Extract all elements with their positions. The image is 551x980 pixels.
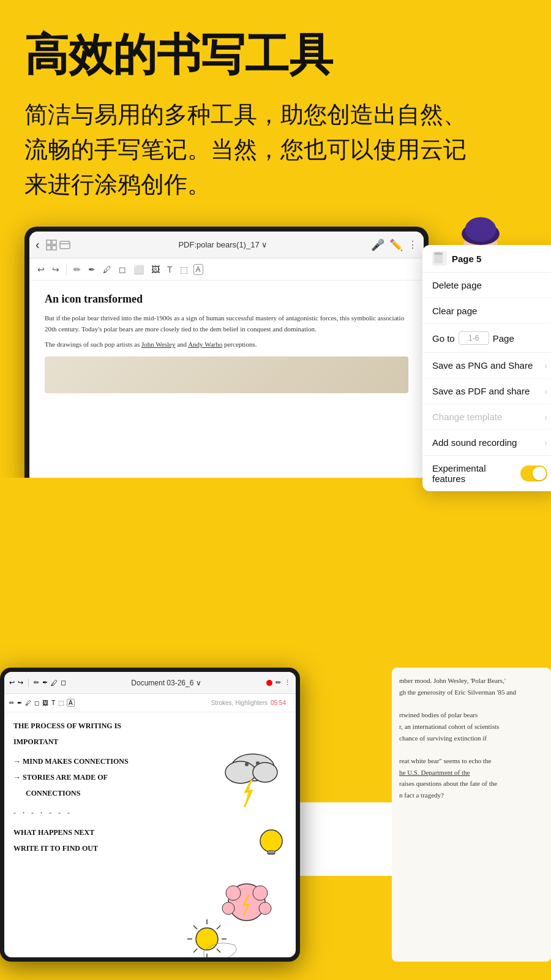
doc-content: An icon transformed But if the polar bea… (29, 281, 424, 405)
image-tool[interactable]: 🖼 (149, 263, 162, 276)
second-doc-title[interactable]: Document 03-26_6 ∨ (69, 679, 263, 687)
svg-point-32 (259, 902, 271, 914)
svg-rect-17 (47, 246, 51, 250)
menu-page-title: Page 5 (452, 254, 481, 264)
menu-header: Page 5 (422, 245, 551, 273)
mic-icon[interactable]: 🎤 (371, 238, 384, 252)
save-png-label: Save as PNG and Share (432, 360, 533, 371)
lower-area: ↩ ↪ ✏ ✒ 🖊 ◻ Document 03-26_6 ∨ ✏ ⋮ ✏ ✒ 🖊… (0, 478, 551, 796)
img-3[interactable]: 🖼 (42, 699, 48, 706)
strokes-label: Strokes, Highlighters (211, 699, 268, 706)
svg-rect-16 (52, 240, 56, 244)
brush-3[interactable]: ✒ (17, 699, 22, 706)
font-tool[interactable]: A (193, 264, 203, 275)
tablet-toolbar: ‹ PDF:polar bears(1)_17 ∨ 🎤 ✏️ ⋮ (29, 232, 424, 258)
svg-point-30 (253, 886, 268, 900)
hero-section: 高效的书写工具 简洁与易用的多种工具，助您创造出自然、流畅的手写笔记。当然，您也… (0, 0, 551, 214)
menu-delete-page[interactable]: Delete page (422, 273, 551, 298)
undo-button[interactable]: ↩ (36, 263, 47, 276)
svg-point-27 (256, 761, 260, 765)
menu-save-pdf[interactable]: Save as PDF and share › (422, 379, 551, 404)
change-template-label: Change template (432, 412, 502, 422)
menu-goto: Go to Page (422, 324, 551, 353)
hl-3[interactable]: 🖊 (25, 699, 31, 706)
chevron-icon: › (544, 438, 547, 448)
svg-rect-18 (52, 246, 56, 250)
svg-point-42 (260, 830, 282, 852)
eraser-tool[interactable]: ◻ (117, 263, 128, 276)
svg-rect-15 (47, 240, 51, 244)
svg-rect-43 (268, 851, 275, 854)
notebook-content: The Process of Writing is Important → Mi… (4, 712, 296, 957)
svg-point-26 (245, 763, 249, 766)
highlighter-tool[interactable]: 🖊 (101, 263, 113, 276)
chevron-icon: › (544, 412, 547, 422)
brush-2[interactable]: ✒ (42, 679, 48, 687)
article-body: But if the polar bear thrived into the m… (45, 313, 408, 350)
link-tool[interactable]: ⬚ (178, 263, 190, 276)
experimental-toggle[interactable] (520, 466, 547, 481)
hero-title: 高效的书写工具 (24, 31, 527, 79)
svg-line-40 (217, 925, 220, 929)
text-tool[interactable]: T (165, 263, 174, 276)
menu-save-png[interactable]: Save as PNG and Share › (422, 353, 551, 379)
svg-rect-22 (434, 252, 443, 255)
goto-label: Go to (432, 333, 455, 344)
chevron-icon: › (544, 361, 547, 371)
pen-3[interactable]: ✏ (9, 699, 14, 706)
toggle-thumb (533, 467, 546, 480)
pen-tool[interactable]: ✏ (72, 263, 83, 276)
doc-title[interactable]: PDF:polar bears(1)_17 ∨ (79, 240, 367, 249)
tablet-area: ‹ PDF:polar bears(1)_17 ∨ 🎤 ✏️ ⋮ (0, 227, 551, 521)
doc-image (45, 356, 408, 393)
edit-btn-2[interactable]: ✏ (276, 679, 281, 687)
menu-clear-page[interactable]: Clear page (422, 298, 551, 324)
brush-tool[interactable]: ✒ (86, 263, 97, 276)
hero-description: 简洁与易用的多种工具，助您创造出自然、流畅的手写笔记。当然，您也可以使用云记来进… (24, 97, 484, 202)
txt-3[interactable]: T (51, 699, 55, 706)
redo-btn-2[interactable]: ↪ (18, 679, 23, 687)
eraser-2[interactable]: ◻ (61, 679, 66, 687)
eraser-3[interactable]: ◻ (34, 699, 39, 706)
undo-btn-2[interactable]: ↩ (9, 679, 15, 687)
page-label: Page (493, 333, 514, 344)
page-input[interactable] (459, 331, 489, 345)
svg-line-39 (217, 949, 220, 952)
chevron-icon: › (544, 386, 547, 396)
menu-add-sound[interactable]: Add sound recording › (422, 430, 551, 456)
second-toolbar: ↩ ↪ ✏ ✒ 🖊 ◻ Document 03-26_6 ∨ ✏ ⋮ (4, 672, 296, 694)
record-indicator (266, 680, 272, 686)
svg-point-31 (222, 902, 234, 914)
drawing-toolbar: ↩ ↪ ✏ ✒ 🖊 ◻ ⬜ 🖼 T ⬚ A (29, 258, 424, 281)
svg-rect-19 (60, 241, 70, 249)
font-3[interactable]: A (67, 699, 75, 707)
experimental-label: Experimental features (432, 463, 520, 484)
menu-experimental[interactable]: Experimental features (422, 456, 551, 491)
back-button[interactable]: ‹ (36, 238, 40, 252)
second-drawing-toolbar: ✏ ✒ 🖊 ◻ 🖼 T ⬚ A Strokes, Highlighters 05… (4, 694, 296, 712)
svg-point-33 (196, 928, 218, 950)
grid-icons (46, 239, 70, 251)
pen-2[interactable]: ✏ (34, 679, 39, 687)
more-button[interactable]: ⋮ (408, 239, 418, 251)
dept-text: he U.S. Department of the (399, 767, 544, 778)
toolbar-right: 🎤 ✏️ ⋮ (371, 238, 418, 252)
right-content-panel: mber mood. John Wesley, 'Polar Bears,' g… (392, 668, 551, 962)
svg-line-41 (193, 949, 197, 952)
svg-point-25 (253, 763, 277, 782)
lnk-3[interactable]: ⬚ (58, 699, 64, 706)
page-icon (432, 251, 447, 266)
article-title: An icon transformed (45, 293, 408, 306)
clear-page-label: Clear page (432, 306, 477, 316)
redo-button[interactable]: ↪ (50, 263, 61, 276)
pencil-icon[interactable]: ✏️ (389, 238, 403, 252)
right-panel-text: mber mood. John Wesley, 'Polar Bears,' g… (399, 675, 544, 801)
context-menu: Page 5 Delete page Clear page Go to Page… (422, 245, 551, 491)
more-btn-2[interactable]: ⋮ (284, 679, 291, 687)
menu-change-template[interactable]: Change template › (422, 404, 551, 430)
select-tool[interactable]: ⬜ (132, 263, 146, 276)
hl-2[interactable]: 🖊 (51, 679, 58, 687)
second-tablet: ↩ ↪ ✏ ✒ 🖊 ◻ Document 03-26_6 ∨ ✏ ⋮ ✏ ✒ 🖊… (0, 668, 300, 962)
add-sound-label: Add sound recording (432, 437, 517, 448)
save-pdf-label: Save as PDF and share (432, 386, 530, 396)
